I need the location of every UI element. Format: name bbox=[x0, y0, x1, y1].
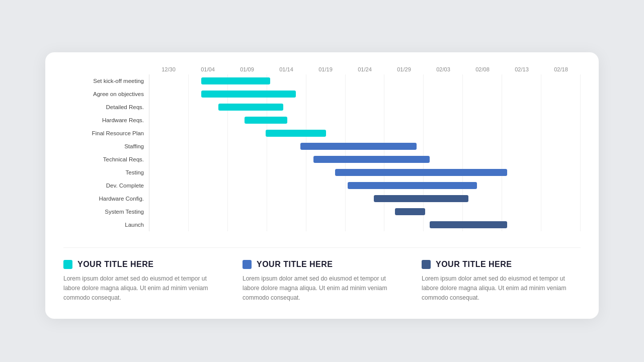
gantt-row-label: Technical Reqs. bbox=[63, 156, 149, 162]
gantt-track bbox=[149, 101, 581, 114]
info-title-row: YOUR TITLE HERE bbox=[243, 260, 401, 269]
gantt-row-label: Launch bbox=[63, 222, 149, 228]
gantt-row: Technical Reqs. bbox=[63, 153, 581, 166]
gantt-col-label: 02/03 bbox=[424, 66, 463, 72]
gantt-row: Detailed Reqs. bbox=[63, 101, 581, 114]
info-color-square bbox=[422, 260, 431, 269]
gantt-col-label: 01/14 bbox=[267, 66, 306, 72]
info-title: YOUR TITLE HERE bbox=[77, 260, 154, 269]
gantt-col-label: 02/18 bbox=[541, 66, 581, 72]
gantt-bar bbox=[374, 195, 469, 202]
gantt-row: Launch bbox=[63, 218, 581, 231]
gantt-col-label: 01/04 bbox=[188, 66, 227, 72]
gantt-row: System Testing bbox=[63, 205, 581, 218]
gantt-bar bbox=[201, 90, 296, 98]
gantt-bar bbox=[300, 143, 417, 150]
gantt-col-label: 02/08 bbox=[463, 66, 502, 72]
gantt-track bbox=[149, 192, 581, 205]
gantt-container: 12/3001/0401/0901/1401/1901/2401/2902/03… bbox=[63, 66, 581, 231]
gantt-row: Staffing bbox=[63, 140, 581, 153]
gantt-row-label: Hardware Reqs. bbox=[63, 117, 149, 123]
gantt-row: Hardware Reqs. bbox=[63, 114, 581, 127]
gantt-row: Hardware Config. bbox=[63, 192, 581, 205]
info-title: YOUR TITLE HERE bbox=[257, 260, 333, 269]
gantt-row: Final Resource Plan bbox=[63, 127, 581, 140]
gantt-row-label: Staffing bbox=[63, 143, 149, 149]
info-title-row: YOUR TITLE HERE bbox=[422, 260, 581, 269]
info-col-0: YOUR TITLE HERELorem ipsum dolor amet se… bbox=[63, 260, 232, 303]
gantt-bar bbox=[430, 221, 507, 228]
gantt-bar bbox=[201, 77, 270, 84]
gantt-track bbox=[149, 179, 581, 192]
info-color-square bbox=[63, 260, 72, 269]
info-title-row: YOUR TITLE HERE bbox=[63, 260, 222, 269]
gantt-bar bbox=[245, 117, 288, 124]
gantt-row-label: Hardware Config. bbox=[63, 196, 149, 202]
gantt-row-label: Detailed Reqs. bbox=[63, 104, 149, 110]
gantt-track bbox=[149, 140, 581, 153]
gantt-row-label: Agree on objectives bbox=[63, 91, 149, 97]
gantt-header: 12/3001/0401/0901/1401/1901/2401/2902/03… bbox=[149, 66, 581, 72]
info-title: YOUR TITLE HERE bbox=[436, 260, 512, 269]
info-col-2: YOUR TITLE HERELorem ipsum dolor amet se… bbox=[412, 260, 581, 303]
gantt-col-label: 01/29 bbox=[384, 66, 424, 72]
gantt-section: 12/3001/0401/0901/1401/1901/2401/2902/03… bbox=[63, 66, 581, 231]
gantt-track bbox=[149, 205, 581, 218]
gantt-track bbox=[149, 218, 581, 231]
gantt-row: Dev. Complete bbox=[63, 179, 581, 192]
info-color-square bbox=[243, 260, 252, 269]
gantt-track bbox=[149, 74, 581, 87]
info-text: Lorem ipsum dolor amet sed do eiusmod et… bbox=[243, 274, 401, 303]
gantt-track bbox=[149, 87, 581, 101]
gantt-row: Set kick-off meeting bbox=[63, 74, 581, 87]
gantt-bar bbox=[395, 208, 425, 215]
gantt-row-label: Set kick-off meeting bbox=[63, 78, 149, 84]
gantt-bar bbox=[218, 104, 283, 111]
gantt-row-label: System Testing bbox=[63, 209, 149, 215]
gantt-col-label: 01/24 bbox=[345, 66, 384, 72]
gantt-bar bbox=[335, 169, 508, 176]
gantt-bar bbox=[348, 182, 477, 189]
gantt-bar bbox=[266, 130, 326, 137]
gantt-col-label: 12/30 bbox=[149, 66, 188, 72]
page-background: 12/3001/0401/0901/1401/1901/2401/2902/03… bbox=[0, 0, 644, 362]
gantt-row-label: Final Resource Plan bbox=[63, 130, 149, 136]
info-col-1: YOUR TITLE HERELorem ipsum dolor amet se… bbox=[232, 260, 412, 303]
gantt-row: Testing bbox=[63, 166, 581, 179]
gantt-track bbox=[149, 114, 581, 127]
main-card: 12/3001/0401/0901/1401/1901/2401/2902/03… bbox=[45, 52, 599, 319]
info-text: Lorem ipsum dolor amet sed do eiusmod et… bbox=[422, 274, 581, 303]
gantt-col-label: 01/19 bbox=[306, 66, 345, 72]
gantt-row-label: Testing bbox=[63, 169, 149, 175]
gantt-track bbox=[149, 166, 581, 179]
gantt-col-label: 02/13 bbox=[502, 66, 541, 72]
gantt-rows: Set kick-off meetingAgree on objectivesD… bbox=[63, 74, 581, 231]
gantt-track bbox=[149, 127, 581, 140]
gantt-row-label: Dev. Complete bbox=[63, 183, 149, 189]
gantt-bar bbox=[313, 156, 430, 163]
info-section: YOUR TITLE HERELorem ipsum dolor amet se… bbox=[63, 247, 581, 303]
gantt-row: Agree on objectives bbox=[63, 87, 581, 101]
gantt-track bbox=[149, 153, 581, 166]
gantt-col-label: 01/09 bbox=[227, 66, 267, 72]
info-text: Lorem ipsum dolor amet sed do eiusmod et… bbox=[63, 274, 222, 303]
